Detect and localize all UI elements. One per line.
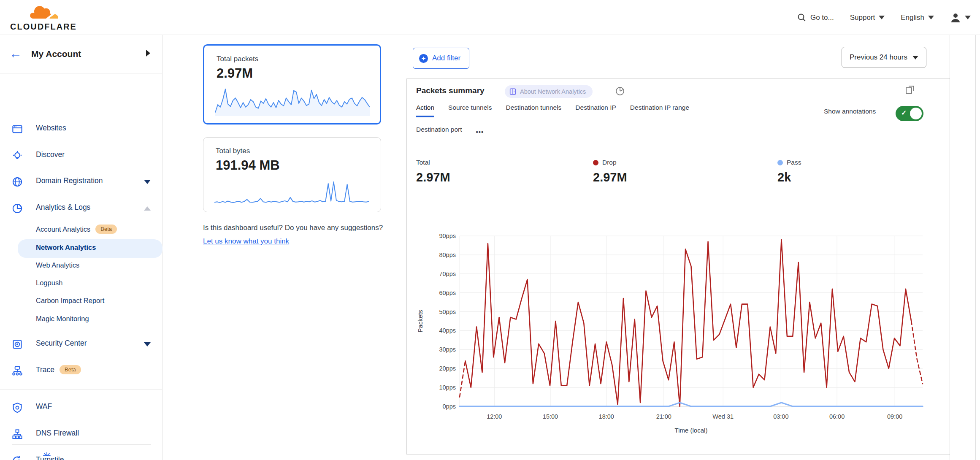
svg-text:06:00: 06:00 [829, 413, 845, 420]
svg-text:70pps: 70pps [439, 271, 456, 277]
divider [0, 73, 162, 73]
sidebar-item-websites[interactable]: Websites [0, 119, 162, 138]
tab-destination-port[interactable]: Destination port [416, 126, 462, 138]
show-annotations-toggle[interactable]: ✓ [896, 106, 923, 121]
add-filter-label: Add filter [432, 54, 460, 62]
sidebar-item-turnstile[interactable]: Turnstile [0, 451, 162, 460]
starburst-icon-partial[interactable] [41, 452, 53, 460]
divider [768, 158, 768, 197]
sidebar-item-domain-registration[interactable]: Domain Registration [0, 172, 162, 191]
rotate-check-icon [12, 455, 23, 460]
svg-text:12:00: 12:00 [487, 413, 502, 420]
time-range-dropdown[interactable]: Previous 24 hours [842, 47, 926, 68]
language-menu[interactable]: English [901, 14, 934, 22]
sidebar-item-label: Domain Registration [36, 176, 103, 185]
svg-text:15:00: 15:00 [543, 413, 558, 420]
expand-popout-icon[interactable] [905, 84, 916, 95]
pie-segment-icon[interactable] [615, 85, 625, 96]
panel-title: Packets summary [416, 86, 485, 95]
tab-source-tunnels[interactable]: Source tunnels [448, 104, 492, 117]
sidebar-item-analytics-logs[interactable]: Analytics & Logs [0, 199, 162, 217]
sidebar-item-magic-monitoring[interactable]: Magic Monitoring [0, 311, 162, 329]
back-arrow-icon[interactable]: ← [9, 47, 22, 60]
main-content: + Add filter Previous 24 hours Packets s… [406, 35, 950, 460]
sidebar-item-network-analytics[interactable]: Network Analytics [0, 239, 162, 258]
sidebar-item-label: Network Analytics [36, 244, 96, 252]
scrollbar-track-edge[interactable] [975, 35, 976, 460]
chevron-up-icon [144, 206, 151, 211]
cloudflare-cloud-icon [27, 4, 60, 22]
sidebar-item-dns-firewall[interactable]: DNS Firewall [0, 425, 162, 443]
go-to-label: Go to... [810, 14, 834, 22]
sidebar-item-label: Websites [36, 124, 66, 133]
sidebar-item-waf[interactable]: WAF [0, 398, 162, 417]
stat-drop: Drop 2.97M [593, 159, 627, 184]
trace-flow-icon [12, 365, 23, 376]
dimension-tabs-row2: Destination port ••• [416, 126, 484, 138]
packets-summary-panel: Packets summary About Network Analytics [406, 78, 950, 455]
chevron-right-icon[interactable] [146, 50, 150, 57]
user-icon [950, 12, 961, 23]
svg-text:Packets: Packets [417, 310, 424, 332]
bytes-sparkline [214, 180, 370, 206]
sidebar-item-discover[interactable]: Discover [0, 146, 162, 165]
sidebar-item-label: WAF [36, 402, 52, 411]
chevron-down-icon [912, 56, 918, 60]
sidebar-item-account-analytics[interactable]: Account AnalyticsBeta [0, 221, 162, 240]
stat-pass: Pass 2k [777, 159, 801, 184]
check-icon: ✓ [901, 109, 907, 117]
stat-label: Drop [602, 159, 617, 166]
about-network-analytics-badge[interactable]: About Network Analytics [505, 85, 593, 98]
pass-legend-dot [777, 160, 783, 165]
tab-action[interactable]: Action [416, 104, 434, 117]
cloudflare-logo[interactable]: CLOUDFLARE [8, 2, 79, 32]
chevron-down-icon [879, 16, 885, 19]
more-tabs-icon[interactable]: ••• [476, 128, 484, 135]
sidebar-item-label: Trace [36, 365, 54, 374]
account-switcher[interactable]: ← My Account [0, 35, 162, 73]
dimension-tabs: Action Source tunnels Destination tunnel… [416, 104, 689, 117]
sidebar-item-security-center[interactable]: Security Center [0, 335, 162, 353]
stat-label: Pass [787, 159, 801, 166]
user-menu[interactable] [950, 12, 971, 23]
feedback-text: Is this dashboard useful? Do you have an… [203, 221, 389, 235]
svg-text:Wed 31: Wed 31 [712, 413, 734, 420]
chevron-down-icon [965, 16, 971, 19]
svg-text:Time (local): Time (local) [675, 427, 708, 434]
sidebar-item-label: Web Analytics [36, 261, 79, 269]
svg-text:18:00: 18:00 [599, 413, 614, 420]
sidebar-item-label: Discover [36, 150, 65, 159]
feedback-link[interactable]: Let us know what you think [203, 237, 289, 245]
sidebar-item-trace[interactable]: TraceBeta [0, 361, 162, 380]
sidebar-item-label: Security Center [36, 339, 87, 348]
chevron-down-icon [928, 16, 934, 19]
add-filter-button[interactable]: + Add filter [413, 48, 469, 69]
tab-destination-ip-range[interactable]: Destination IP range [630, 104, 689, 117]
packets-sparkline [214, 87, 371, 117]
sidebar-item-carbon-impact-report[interactable]: Carbon Impact Report [0, 292, 162, 311]
pie-chart-icon [12, 203, 23, 214]
packets-time-series-chart[interactable]: 0pps10pps20pps30pps40pps50pps60pps70pps8… [410, 230, 933, 444]
lightbulb-icon [12, 150, 23, 161]
toggle-knob [910, 108, 922, 119]
support-menu[interactable]: Support [850, 14, 885, 22]
search-icon [797, 13, 807, 22]
total-packets-card[interactable]: Total packets 2.97M [203, 44, 381, 124]
feedback-block: Is this dashboard useful? Do you have an… [203, 221, 389, 248]
metric-value: 191.94 MB [216, 158, 280, 173]
total-bytes-card[interactable]: Total bytes 191.94 MB [203, 137, 381, 212]
about-badge-label: About Network Analytics [520, 88, 586, 95]
sidebar-item-logpush[interactable]: Logpush [0, 275, 162, 293]
sidebar-item-web-analytics[interactable]: Web Analytics [0, 257, 162, 276]
stat-label: Total [416, 159, 430, 166]
sidebar-item-label: Logpush [36, 279, 62, 287]
tab-destination-ip[interactable]: Destination IP [575, 104, 616, 117]
metric-title: Total packets [217, 55, 258, 63]
svg-text:50pps: 50pps [439, 308, 456, 315]
sidebar-item-label: Magic Monitoring [36, 315, 89, 323]
tab-destination-tunnels[interactable]: Destination tunnels [506, 104, 562, 117]
globe-icon [12, 176, 23, 187]
go-to-search[interactable]: Go to... [797, 13, 834, 22]
language-label: English [901, 14, 924, 22]
svg-text:60pps: 60pps [439, 290, 456, 296]
